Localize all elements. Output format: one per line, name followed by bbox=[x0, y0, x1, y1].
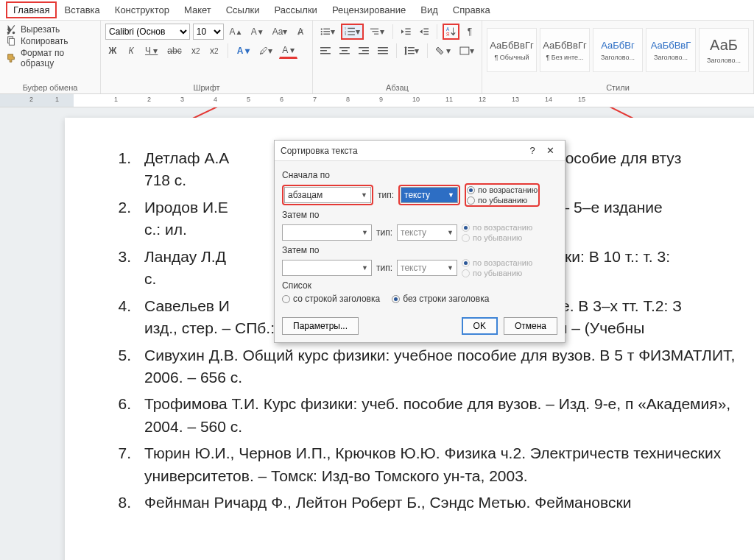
document-area: нумерация сортировка 1. Детлаф А.АXXXXXX… bbox=[0, 107, 754, 560]
borders-icon[interactable]: ▾ bbox=[457, 43, 477, 59]
btn-copy[interactable]: Копировать bbox=[4, 35, 96, 47]
bullets-icon[interactable]: ▾ bbox=[317, 24, 338, 40]
italic-icon[interactable]: К bbox=[124, 43, 138, 59]
radio-with-header[interactable]: со строкой заголовка bbox=[282, 294, 380, 304]
svg-rect-20 bbox=[423, 28, 429, 29]
sort-field-select[interactable]: абзацам▼ bbox=[284, 187, 371, 203]
strikethrough-icon[interactable]: abc bbox=[164, 43, 184, 59]
tab-design[interactable]: Конструктор bbox=[108, 1, 177, 18]
align-left-icon[interactable] bbox=[317, 43, 334, 59]
tab-view[interactable]: Вид bbox=[413, 1, 445, 18]
font-name-select[interactable]: Calibri (Основ bbox=[105, 24, 190, 40]
numbering-icon[interactable]: 123▾ bbox=[341, 24, 364, 40]
dialog-titlebar: Сортировка текста ? ✕ bbox=[275, 141, 565, 161]
svg-rect-14 bbox=[370, 29, 378, 29]
style-heading1[interactable]: АаБбВг Заголово... bbox=[593, 28, 643, 72]
label-type: тип: bbox=[378, 190, 394, 200]
radio-ascending[interactable]: по возрастанию bbox=[467, 185, 538, 194]
list-item: 7. Тюрин Ю.И., Чернов И.П., Крючков Ю.Ю.… bbox=[109, 442, 754, 487]
radio-asc-3: по возрастанию bbox=[462, 258, 532, 267]
radio-without-header[interactable]: без строки заголовка bbox=[392, 294, 489, 304]
group-paragraph: ▾ 123▾ ▾ AЯ ¶ bbox=[313, 21, 482, 93]
svg-rect-16 bbox=[375, 34, 379, 35]
svg-rect-22 bbox=[423, 34, 429, 35]
align-center-icon[interactable] bbox=[337, 43, 353, 59]
radio-descending[interactable]: по убыванию bbox=[467, 196, 538, 205]
tab-home[interactable]: Главная bbox=[6, 1, 57, 18]
sort-type-select[interactable]: тексту▼ bbox=[401, 187, 458, 203]
multilevel-list-icon[interactable]: ▾ bbox=[367, 24, 387, 40]
ribbon-tabs: Главная Вставка Конструктор Макет Ссылки… bbox=[0, 0, 754, 21]
bold-icon[interactable]: Ж bbox=[105, 43, 120, 59]
btn-cut[interactable]: Вырезать bbox=[4, 24, 96, 35]
decrease-indent-icon[interactable] bbox=[398, 24, 414, 40]
svg-rect-30 bbox=[339, 53, 350, 54]
btn-ok[interactable]: OK bbox=[462, 317, 498, 335]
svg-rect-11 bbox=[348, 31, 355, 32]
style-heading2[interactable]: АаБбВвГ Заголово... bbox=[646, 28, 696, 72]
tab-references[interactable]: Ссылки bbox=[219, 1, 267, 18]
tab-mailings[interactable]: Рассылки bbox=[267, 1, 325, 18]
dialog-close-icon[interactable]: ✕ bbox=[541, 145, 559, 156]
sort-type3-select[interactable]: тексту▼ bbox=[397, 260, 457, 276]
align-right-icon[interactable] bbox=[356, 43, 372, 59]
shading-icon[interactable]: ▾ bbox=[433, 43, 454, 59]
svg-rect-38 bbox=[408, 50, 415, 51]
list-item: 5. Сивухин Д.В. Общий курс физики: учебн… bbox=[109, 344, 754, 389]
dialog-help-icon[interactable]: ? bbox=[524, 145, 541, 156]
text-effects-icon[interactable]: A ▾ bbox=[234, 43, 253, 59]
superscript-icon[interactable]: x2 bbox=[207, 43, 222, 59]
btn-parameters[interactable]: Параметры... bbox=[282, 317, 359, 335]
format-painter-icon bbox=[6, 53, 16, 63]
svg-rect-40 bbox=[460, 47, 469, 54]
style-normal[interactable]: АаБбВвГг ¶ Обычный bbox=[487, 28, 537, 72]
btn-format-painter[interactable]: Формат по образцу bbox=[4, 47, 96, 69]
svg-point-2 bbox=[321, 28, 323, 29]
clear-format-icon[interactable]: A̷ bbox=[293, 24, 308, 40]
svg-rect-37 bbox=[408, 47, 415, 48]
svg-rect-17 bbox=[406, 28, 411, 29]
style-no-spacing[interactable]: АаБбВвГг ¶ Без инте... bbox=[540, 28, 590, 72]
tab-help[interactable]: Справка bbox=[445, 1, 498, 18]
ruler[interactable]: 2 1 1 2 3 4 5 6 7 8 9 10 11 12 13 14 15 bbox=[0, 94, 754, 107]
sort-icon[interactable]: AЯ bbox=[443, 24, 459, 40]
svg-rect-19 bbox=[406, 34, 411, 35]
dialog-title: Сортировка текста bbox=[281, 146, 358, 156]
group-clipboard: Вырезать Копировать Формат по образцу Бу… bbox=[0, 21, 101, 93]
copy-icon bbox=[6, 36, 16, 46]
decrease-font-icon[interactable]: A▼ bbox=[248, 24, 267, 40]
increase-font-icon[interactable]: A▲ bbox=[227, 24, 245, 40]
svg-rect-3 bbox=[323, 29, 330, 29]
sort-field2-select[interactable]: ▼ bbox=[282, 224, 372, 241]
sort-field3-select[interactable]: ▼ bbox=[282, 260, 372, 276]
svg-rect-28 bbox=[339, 47, 350, 48]
label-first-by: Сначала по bbox=[282, 170, 557, 180]
sort-type2-select[interactable]: тексту▼ bbox=[397, 224, 457, 241]
svg-rect-21 bbox=[423, 31, 429, 32]
tab-layout[interactable]: Макет bbox=[177, 1, 219, 18]
show-marks-icon[interactable]: ¶ bbox=[462, 24, 477, 40]
underline-icon[interactable]: Ч ▾ bbox=[142, 43, 161, 59]
highlight-color-icon[interactable]: 🖊▾ bbox=[256, 43, 275, 59]
subscript-icon[interactable]: x2 bbox=[188, 43, 203, 59]
tab-review[interactable]: Рецензирование bbox=[325, 1, 413, 18]
svg-rect-7 bbox=[323, 34, 330, 35]
group-styles-label: Стили bbox=[487, 83, 749, 93]
increase-indent-icon[interactable] bbox=[417, 24, 432, 40]
align-justify-icon[interactable] bbox=[375, 43, 391, 59]
group-styles: АаБбВвГг ¶ Обычный АаБбВвГг ¶ Без инте..… bbox=[482, 21, 754, 93]
line-spacing-icon[interactable]: ▾ bbox=[401, 43, 422, 59]
font-color-icon[interactable]: A ▾ bbox=[279, 43, 297, 59]
tab-insert[interactable]: Вставка bbox=[57, 1, 107, 18]
btn-cancel[interactable]: Отмена bbox=[504, 317, 557, 335]
font-size-select[interactable]: 10 bbox=[193, 24, 224, 40]
svg-rect-1 bbox=[9, 39, 14, 46]
svg-rect-25 bbox=[320, 47, 331, 48]
svg-text:Я: Я bbox=[446, 32, 450, 37]
change-case-icon[interactable]: Aa▾ bbox=[269, 24, 290, 40]
style-title[interactable]: АаБ Заголово... bbox=[699, 28, 749, 72]
svg-text:1: 1 bbox=[345, 27, 346, 30]
svg-text:3: 3 bbox=[345, 33, 346, 36]
svg-rect-32 bbox=[362, 50, 369, 51]
label-then-by-1: Затем по bbox=[282, 210, 557, 220]
